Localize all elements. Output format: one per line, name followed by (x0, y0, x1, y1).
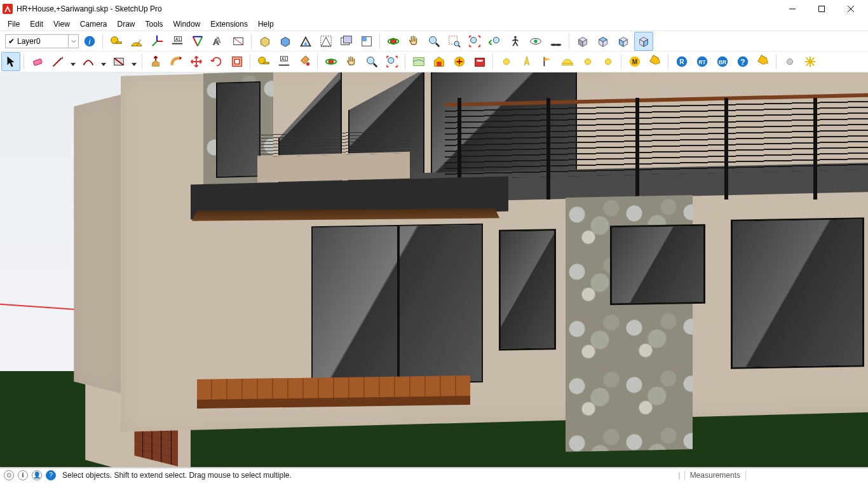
dropdown-icon (101, 63, 106, 66)
orbit-button[interactable] (384, 32, 403, 51)
extension-warehouse-button[interactable] (470, 52, 489, 71)
br-badge-button[interactable]: BR (713, 52, 732, 71)
status-icon-1[interactable]: ⊙ (4, 470, 14, 480)
3d-text-button[interactable]: AA (208, 32, 227, 51)
status-icon-2[interactable]: ℹ (18, 470, 28, 480)
menu-draw[interactable]: Draw (112, 18, 140, 30)
select-tool-button[interactable] (1, 52, 20, 71)
rectangle-tool-button[interactable] (109, 52, 128, 71)
menu-view[interactable]: View (48, 18, 75, 30)
tape-measure-button[interactable] (107, 32, 126, 51)
tag-2-button[interactable] (754, 52, 773, 71)
top-view-button[interactable] (593, 32, 613, 51)
dropdown-icon (132, 63, 137, 66)
move-button[interactable] (187, 52, 206, 71)
group-button[interactable] (316, 32, 336, 51)
pan-button[interactable] (404, 32, 423, 51)
dot-blue-button[interactable] (599, 52, 618, 71)
help-badge-button[interactable]: ? (733, 52, 752, 71)
tag-badge-button[interactable] (646, 52, 665, 71)
north-arrow-button[interactable] (517, 52, 536, 71)
menu-window[interactable]: Window (168, 18, 206, 30)
hardhat-button[interactable] (558, 52, 577, 71)
status-bar: ⊙ ℹ 👤 ? Select objects. Shift to extend … (0, 468, 868, 482)
geo-location-button[interactable] (409, 52, 428, 71)
material-badge-button[interactable]: M (625, 52, 644, 71)
position-camera-button[interactable] (546, 32, 566, 51)
arc-tool-button[interactable] (79, 52, 98, 71)
menu-help[interactable]: Help (253, 18, 279, 30)
rectangle-tool-dropdown[interactable] (130, 52, 139, 71)
status-icon-3[interactable]: 👤 (32, 470, 42, 480)
separator (567, 32, 572, 51)
menu-tools[interactable]: Tools (140, 18, 168, 30)
zoom-extents-2-button[interactable] (383, 52, 402, 71)
burst-button[interactable] (801, 52, 820, 71)
section-plane-button[interactable] (229, 32, 248, 51)
svg-point-36 (555, 43, 561, 46)
svg-point-25 (430, 36, 437, 43)
look-around-button[interactable] (526, 32, 545, 51)
app-icon (3, 4, 13, 14)
zoom-2-button[interactable] (362, 52, 381, 71)
menu-camera[interactable]: Camera (75, 18, 112, 30)
3d-warehouse-button[interactable] (430, 52, 449, 71)
svg-point-58 (503, 58, 509, 64)
r-badge-button[interactable]: R (672, 52, 691, 71)
zoom-button[interactable] (424, 32, 444, 51)
line-tool-button[interactable] (48, 52, 67, 71)
arc-tool-dropdown[interactable] (99, 52, 108, 71)
menu-file[interactable]: File (3, 18, 25, 30)
outliner-button[interactable] (296, 32, 315, 51)
rt-badge-button[interactable]: RT (693, 52, 712, 71)
axes-button[interactable] (147, 32, 166, 51)
separator (666, 52, 671, 71)
iso-view-button[interactable] (573, 32, 592, 51)
component-options-button[interactable] (276, 32, 295, 51)
status-help-icon[interactable]: ? (46, 470, 56, 480)
zoom-extents-button[interactable] (465, 32, 484, 51)
layer-dropdown-icon[interactable] (68, 35, 78, 48)
offset-button[interactable] (227, 52, 247, 71)
svg-text:RT: RT (699, 60, 706, 65)
svg-line-51 (374, 64, 377, 67)
right-view-button[interactable] (634, 32, 653, 51)
maximize-button[interactable] (807, 0, 836, 18)
layer-info-button[interactable]: i (80, 32, 99, 51)
close-button[interactable] (836, 0, 865, 18)
svg-rect-53 (414, 58, 424, 66)
pushpull-button[interactable] (146, 52, 165, 71)
menu-edit[interactable]: Edit (25, 18, 48, 30)
paint-bucket-button[interactable] (295, 52, 314, 71)
sun-button[interactable] (497, 52, 516, 71)
walk-button[interactable] (506, 32, 525, 51)
svg-point-61 (585, 58, 590, 64)
pan-2-button[interactable] (342, 52, 361, 71)
svg-text:BR: BR (719, 60, 726, 65)
front-view-button[interactable] (614, 32, 633, 51)
orbit-2-button[interactable] (322, 52, 341, 71)
layer-selector[interactable]: ✔ Layer0 (5, 34, 79, 48)
tape-measure-2-button[interactable] (254, 52, 273, 71)
flag-button[interactable] (538, 52, 557, 71)
line-tool-dropdown[interactable] (69, 52, 78, 71)
add-location-button[interactable] (450, 52, 469, 71)
dot-gray-button[interactable] (780, 52, 799, 71)
minimize-button[interactable] (778, 0, 807, 18)
make-component-button[interactable] (255, 32, 275, 51)
styles-button[interactable] (357, 32, 376, 51)
eraser-button[interactable] (28, 52, 47, 71)
dimension-2-button[interactable]: A1 (275, 52, 294, 71)
rotate-button[interactable] (207, 52, 226, 71)
previous-view-button[interactable] (485, 32, 505, 51)
separator (22, 52, 27, 71)
dot-yellow-button[interactable] (578, 52, 597, 71)
dimension-button[interactable]: A1 (168, 32, 187, 51)
menu-extensions[interactable]: Extensions (205, 18, 253, 30)
model-viewport[interactable] (0, 72, 868, 468)
scenes-button[interactable] (337, 32, 356, 51)
followme-button[interactable] (166, 52, 186, 71)
protractor-button[interactable] (127, 32, 146, 51)
zoom-window-button[interactable] (445, 32, 464, 51)
text-button[interactable] (188, 32, 207, 51)
